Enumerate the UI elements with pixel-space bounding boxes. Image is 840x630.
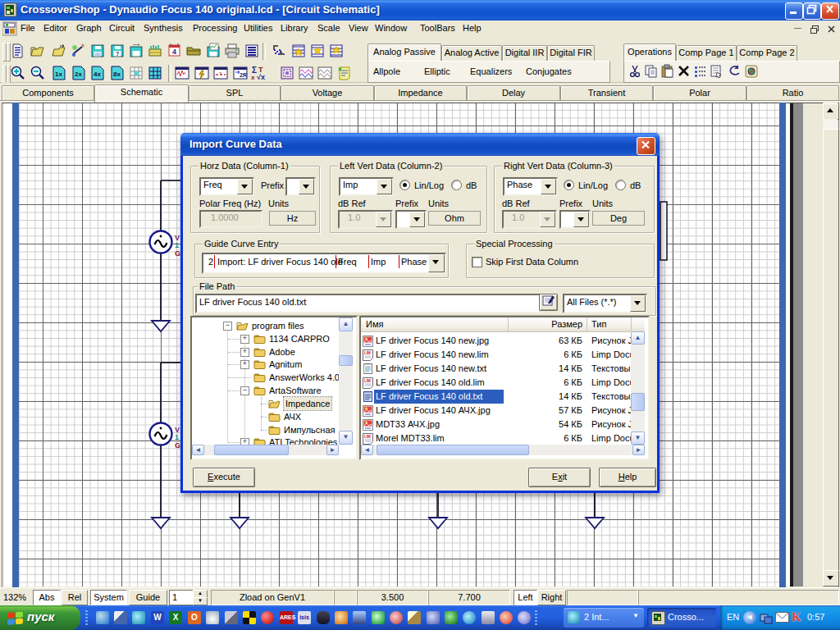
svg-text:?: ?: [116, 51, 119, 57]
svg-text:4x: 4x: [94, 71, 101, 78]
svg-text:8x: 8x: [113, 71, 121, 78]
svg-text:2x: 2x: [75, 71, 82, 78]
svg-text:1: 1: [175, 241, 179, 249]
svg-text:LIM: LIM: [364, 379, 371, 383]
svg-text:LIM: LIM: [364, 351, 371, 355]
svg-text:4: 4: [172, 48, 176, 56]
svg-text:2R: 2R: [240, 72, 247, 78]
svg-text:1: 1: [175, 433, 179, 441]
svg-text:√x: √x: [257, 73, 265, 81]
svg-text:1x: 1x: [55, 71, 62, 78]
svg-text:G: G: [175, 249, 180, 258]
svg-text:x: x: [251, 74, 255, 81]
svg-text:G: G: [175, 441, 180, 450]
svg-text:LIM: LIM: [364, 435, 371, 439]
